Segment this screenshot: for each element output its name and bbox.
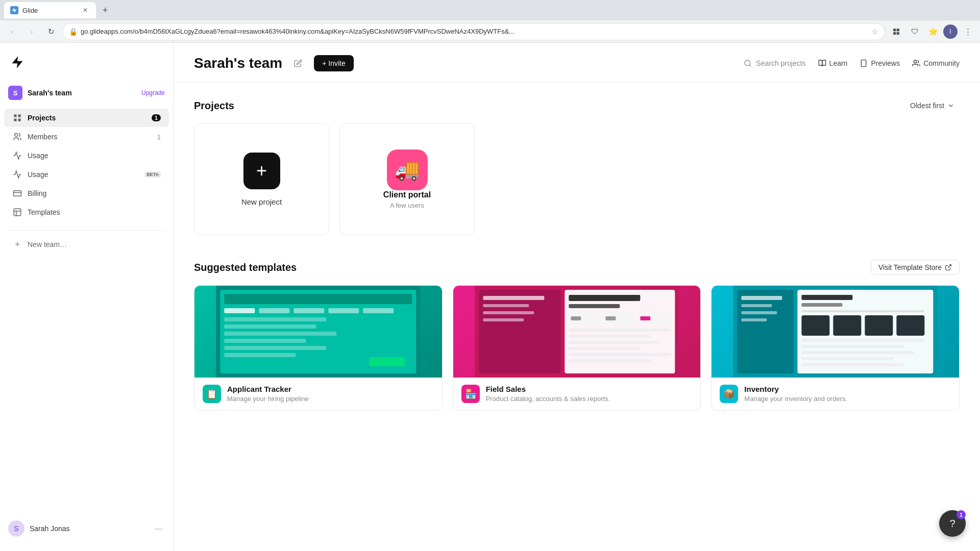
sidebar-item-templates[interactable]: Templates <box>4 203 169 221</box>
project-card-client-portal[interactable]: 🚚 Client portal A few users <box>339 123 475 235</box>
field-sales-desc: Product catalog, accounts & sales report… <box>486 395 610 403</box>
browser-chrome: Glide ✕ + ‹ › ↻ 🔒 go.glideapps.com/o/b4m… <box>0 0 980 43</box>
client-portal-icon: 🚚 <box>387 149 428 190</box>
template-info-inventory: 📦 Inventory Manage your inventory and or… <box>712 378 959 410</box>
svg-rect-7 <box>18 119 21 121</box>
client-portal-subtitle: A few users <box>390 202 424 209</box>
search-projects-button[interactable]: Search projects <box>744 59 805 67</box>
template-card-field-sales[interactable]: 🏪 Field Sales Product catalog, accounts … <box>453 285 701 411</box>
forward-button[interactable]: › <box>23 23 40 40</box>
svg-rect-63 <box>897 315 925 336</box>
shield-icon[interactable]: 🛡 <box>906 23 923 40</box>
svg-rect-4 <box>14 114 16 117</box>
sidebar-item-members[interactable]: Members 1 <box>4 128 169 146</box>
template-text-inventory: Inventory Manage your inventory and orde… <box>744 385 847 403</box>
projects-grid: + New project 🚚 Client portal A few user… <box>194 123 960 235</box>
sidebar-item-usage-beta[interactable]: Usage BETA <box>4 165 169 184</box>
svg-rect-29 <box>224 339 306 343</box>
svg-rect-71 <box>742 311 777 314</box>
svg-rect-9 <box>14 191 21 196</box>
svg-rect-61 <box>834 315 862 336</box>
previews-button[interactable]: Previews <box>860 59 900 67</box>
projects-section-title: Projects <box>194 100 905 112</box>
sidebar-item-projects[interactable]: Projects 1 <box>4 109 169 127</box>
svg-rect-43 <box>640 316 650 320</box>
invite-button[interactable]: + Invite <box>314 55 354 71</box>
browser-tab[interactable]: Glide ✕ <box>4 2 96 18</box>
sort-label: Oldest first <box>910 102 944 110</box>
user-name: Sarah Jonas <box>30 524 148 533</box>
new-team-item[interactable]: + New team… <box>4 235 169 254</box>
projects-section-header: Projects Oldest first <box>194 98 960 113</box>
svg-rect-70 <box>742 304 772 307</box>
template-preview-inventory <box>712 286 959 378</box>
svg-point-12 <box>745 60 750 66</box>
svg-rect-59 <box>802 310 924 312</box>
menu-button[interactable]: ⋮ <box>960 23 976 40</box>
svg-rect-46 <box>569 341 660 344</box>
edit-title-button[interactable] <box>290 56 306 71</box>
new-tab-button[interactable]: + <box>98 3 112 17</box>
svg-point-16 <box>914 60 917 63</box>
back-button[interactable]: ‹ <box>4 23 20 40</box>
svg-rect-24 <box>328 308 359 313</box>
usage-icon <box>12 151 22 161</box>
sidebar: S Sarah's team Upgrade Projects 1 Member… <box>0 43 174 551</box>
template-card-applicant-tracker[interactable]: 📋 Applicant Tracker Manage your hiring p… <box>194 285 443 411</box>
community-button[interactable]: Community <box>912 59 960 67</box>
template-info-applicant: 📋 Applicant Tracker Manage your hiring p… <box>194 378 442 410</box>
members-count: 1 <box>157 133 161 141</box>
learn-label: Learn <box>829 59 848 67</box>
svg-rect-21 <box>224 308 255 313</box>
learn-button[interactable]: Learn <box>818 59 848 67</box>
sidebar-item-billing[interactable]: Billing <box>4 184 169 203</box>
bookmark-icon[interactable]: ☆ <box>872 28 878 36</box>
upgrade-button[interactable]: Upgrade <box>141 89 165 96</box>
main-content: Sarah's team + Invite Search projects Le… <box>174 43 980 551</box>
page-title: Sarah's team <box>194 55 282 71</box>
sidebar-nav: Projects 1 Members 1 Usage <box>0 104 173 226</box>
template-card-inventory[interactable]: 📦 Inventory Manage your inventory and or… <box>711 285 960 411</box>
templates-icon <box>12 207 22 217</box>
billing-icon <box>12 188 22 198</box>
help-button[interactable]: ? 1 <box>939 510 966 537</box>
user-menu-button[interactable]: ⋯ <box>153 522 165 535</box>
svg-rect-62 <box>865 315 893 336</box>
search-projects-label: Search projects <box>756 59 805 67</box>
visit-template-store-button[interactable]: Visit Template Store <box>871 260 960 275</box>
svg-rect-58 <box>802 303 843 307</box>
sidebar-item-usage[interactable]: Usage <box>4 146 169 165</box>
svg-rect-26 <box>224 317 326 321</box>
extensions-button[interactable] <box>888 23 904 40</box>
star-bookmark-icon[interactable]: ⭐ <box>925 23 941 40</box>
svg-rect-47 <box>569 347 640 350</box>
svg-rect-51 <box>483 304 529 307</box>
lock-icon: 🔒 <box>69 28 78 36</box>
new-project-card[interactable]: + New project <box>194 123 329 235</box>
sort-dropdown[interactable]: Oldest first <box>905 98 960 113</box>
reload-button[interactable]: ↻ <box>43 23 59 40</box>
svg-rect-34 <box>479 290 560 373</box>
templates-label: Templates <box>28 208 161 216</box>
template-preview-applicant <box>194 286 442 378</box>
applicant-tracker-icon: 📋 <box>203 385 221 403</box>
svg-rect-66 <box>802 351 914 354</box>
svg-rect-69 <box>742 296 782 300</box>
members-icon <box>12 132 22 142</box>
tab-close-button[interactable]: ✕ <box>81 6 90 15</box>
svg-rect-25 <box>363 308 394 313</box>
svg-rect-27 <box>224 324 316 329</box>
usage-label: Usage <box>28 152 161 160</box>
help-label: ? <box>949 518 955 530</box>
help-badge: 1 <box>957 510 966 519</box>
inventory-desc: Manage your inventory and orders. <box>744 395 847 403</box>
svg-rect-32 <box>369 357 405 366</box>
tab-favicon <box>10 6 18 14</box>
field-sales-name: Field Sales <box>486 385 610 393</box>
community-label: Community <box>923 59 960 67</box>
visit-store-label: Visit Template Store <box>878 263 942 271</box>
address-bar[interactable]: 🔒 go.glideapps.com/o/b4mD56tXaGLcgyZduea… <box>62 23 885 40</box>
profile-button[interactable]: I <box>943 24 958 39</box>
svg-line-17 <box>948 265 951 268</box>
svg-rect-11 <box>14 209 21 216</box>
